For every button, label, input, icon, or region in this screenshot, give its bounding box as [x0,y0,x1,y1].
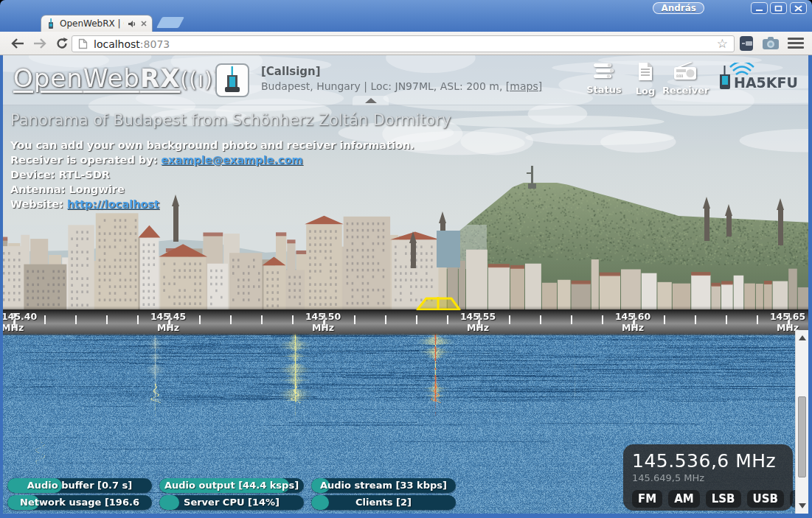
frequency-scale[interactable]: 145.40 MHz145.45 MHz145.50 MHz145.55 MHz… [0,309,812,334]
status-bar: Audio buffer [0.7 s] [7,478,152,493]
tab-audio-icon [128,20,136,28]
status-bar: Audio stream [33 kbps] [311,478,456,493]
status-bar-label: Audio buffer [0.7 s] [7,478,152,493]
scale-tick [571,315,572,324]
ha5kfu-logo[interactable]: HA5KFU [717,63,804,99]
scale-label: 145.60 MHz [603,311,662,333]
scale-tick [230,315,232,324]
status-bar-label: Clients [2] [311,495,456,510]
nav-receiver-button[interactable]: 888 Receiver [662,62,708,96]
status-sliders-icon [592,62,616,80]
website-link[interactable]: http://localhost [67,198,159,210]
back-button[interactable] [9,35,27,52]
url-host: localhost [94,38,140,50]
scale-label: 145.55 MHz [448,311,507,333]
scale-tick [75,315,77,324]
browser-menu-button[interactable] [788,38,804,51]
scale-tick [44,315,46,324]
titlebar: András OpenWebRX | Open [0,0,812,32]
operator-line: Receiver is operated by: example@example… [10,153,451,167]
maximize-icon [774,5,782,12]
collapse-header-button[interactable] [353,96,389,105]
mode-button-lsb[interactable]: LSB [706,490,741,508]
secondary-frequency: 145.649,5 MHz [632,472,784,483]
tuned-frequency: 145.536,6 MHz [632,450,784,472]
scale-tick [664,315,665,324]
mode-button-fm[interactable]: FM [632,490,662,508]
receiver-panel: 145.536,6 MHz 145.649,5 MHz FMAMLSBUSBCW [623,444,793,511]
nav-status-button[interactable]: Status [581,62,627,95]
scale-tick [726,315,727,324]
browser-toolbar: localhost:8073 ☆ [0,32,812,55]
collapse-arrow-icon [365,98,377,103]
url-port: :8073 [140,38,170,50]
mode-buttons: FMAMLSBUSBCW [632,490,784,508]
mode-button-am[interactable]: AM [668,490,700,508]
back-arrow-icon [10,38,25,49]
address-bar[interactable]: localhost:8073 ☆ [72,35,735,52]
description-line: You can add your own background photo an… [10,138,451,153]
scrollbar-up-arrow[interactable] [799,335,806,340]
scale-tick [199,315,201,324]
scale-label: 145.50 MHz [294,311,353,333]
reload-icon [55,37,69,50]
session-user-badge: András [653,2,704,14]
maximize-button[interactable] [770,2,787,14]
browser-window: András OpenWebRX | Open [0,0,812,518]
scale-tick [695,315,696,324]
tab-close-icon[interactable] [140,20,148,27]
status-bar: Clients [2] [311,495,456,510]
site-header: OpenWebRX((ı)) [Callsign] Budapest, Hung… [0,55,812,105]
reload-button[interactable] [53,35,71,52]
bookmark-star-icon[interactable]: ☆ [717,38,728,50]
favicon-antenna-icon [46,18,56,29]
photo-title: Panorama of Budapest from Schönherz Zolt… [10,111,451,129]
scrollbar-thumb[interactable] [798,396,806,477]
close-window-button[interactable] [790,2,807,14]
scale-tick [416,315,417,324]
forward-arrow-icon [32,38,47,49]
openwebrx-logo: OpenWebRX((ı)) [13,63,222,93]
device-line: Device: RTL-SDR [10,167,451,182]
new-tab-button[interactable] [156,17,184,28]
svg-text:888: 888 [676,74,684,78]
tab-title: OpenWebRX | Open [60,18,124,29]
receiver-description: Panorama of Budapest from Schönherz Zolt… [10,111,451,211]
nav-log-button[interactable]: Log [622,62,668,97]
handheld-radio-icon [221,66,243,94]
receiver-radio-icon: 888 [673,62,698,80]
receiver-avatar [215,63,249,97]
status-bars: Audio buffer [0.7 s]Audio output [44.4 k… [0,478,465,511]
status-bar: Network usage [196.6 kbps] [7,495,152,510]
browser-tab[interactable]: OpenWebRX | Open [41,15,153,32]
scale-tick [385,315,386,324]
page-scrollbar[interactable] [795,330,808,514]
status-bar-label: Audio stream [33 kbps] [311,478,456,493]
antenna-line: Antenna: Longwire [10,182,451,197]
forward-button[interactable] [31,35,49,52]
openwebrx-page: OpenWebRX((ı)) [Callsign] Budapest, Hung… [0,55,812,518]
scale-tick [354,315,355,324]
window-border-bottom [0,514,812,518]
svg-text:HA5KFU: HA5KFU [734,74,798,91]
status-bar-label: Server CPU [14%] [159,495,304,510]
maps-link[interactable]: [maps] [506,80,542,92]
minimize-icon [755,5,763,12]
scrollbar-down-arrow[interactable] [799,503,806,508]
camera-extension-icon[interactable] [762,35,780,55]
passband-indicator[interactable] [398,297,487,310]
status-bar: Server CPU [14%] [159,495,304,510]
scale-label: 145.40 MHz [1,311,60,333]
status-bar-label: Audio output [44.4 ksps] [159,478,304,493]
extension-icon[interactable] [738,35,754,55]
log-document-icon [636,62,654,81]
scale-tick [106,315,108,324]
receiver-callsign: [Callsign] [261,65,321,78]
mode-button-usb[interactable]: USB [747,490,784,508]
status-bar-label: Network usage [196.6 kbps] [7,495,152,510]
scale-label: 145.45 MHz [139,311,198,333]
operator-email-link[interactable]: example@example.com [162,154,303,166]
receiver-location: Budapest, Hungary | Loc: JN97ML, ASL: 20… [261,80,542,92]
minimize-button[interactable] [751,2,768,14]
window-border-right [808,55,812,518]
